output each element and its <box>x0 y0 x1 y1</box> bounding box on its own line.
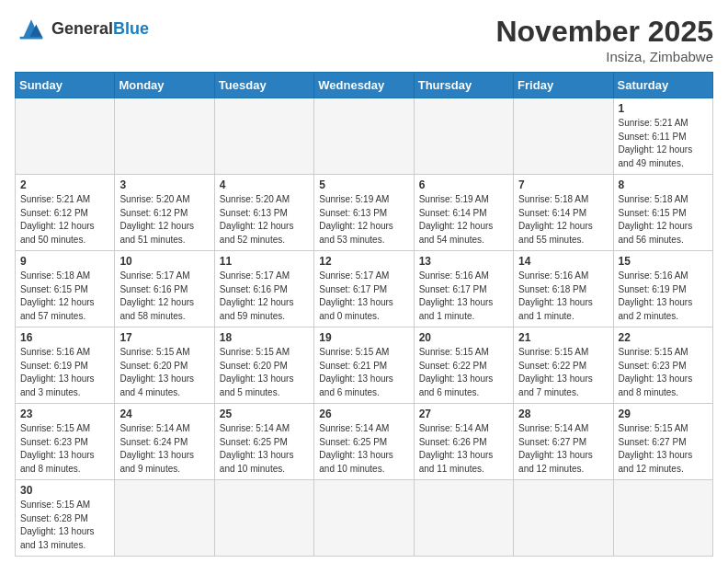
day-info: Sunrise: 5:15 AM Sunset: 6:22 PM Dayligh… <box>419 346 508 399</box>
calendar-cell <box>314 480 414 557</box>
calendar-week-row: 30Sunrise: 5:15 AM Sunset: 6:28 PM Dayli… <box>16 480 713 557</box>
calendar-cell: 16Sunrise: 5:16 AM Sunset: 6:19 PM Dayli… <box>16 327 115 404</box>
day-info: Sunrise: 5:17 AM Sunset: 6:17 PM Dayligh… <box>319 270 408 323</box>
calendar-cell: 29Sunrise: 5:15 AM Sunset: 6:27 PM Dayli… <box>613 404 712 480</box>
page-header: GeneralBlue November 2025 Insiza, Zimbab… <box>15 15 713 64</box>
day-info: Sunrise: 5:15 AM Sunset: 6:27 PM Dayligh… <box>619 422 708 476</box>
day-number: 27 <box>419 408 508 420</box>
day-info: Sunrise: 5:15 AM Sunset: 6:23 PM Dayligh… <box>20 422 109 476</box>
day-info: Sunrise: 5:15 AM Sunset: 6:22 PM Dayligh… <box>518 346 608 399</box>
title-block: November 2025 Insiza, Zimbabwe <box>495 15 713 64</box>
day-info: Sunrise: 5:18 AM Sunset: 6:14 PM Dayligh… <box>518 193 608 247</box>
day-number: 5 <box>319 178 408 191</box>
day-info: Sunrise: 5:18 AM Sunset: 6:15 PM Dayligh… <box>619 193 708 247</box>
day-info: Sunrise: 5:20 AM Sunset: 6:13 PM Dayligh… <box>220 193 309 247</box>
calendar-cell <box>514 98 613 175</box>
calendar-cell: 10Sunrise: 5:17 AM Sunset: 6:16 PM Dayli… <box>115 251 214 327</box>
svg-rect-2 <box>20 37 43 40</box>
calendar-cell: 8Sunrise: 5:18 AM Sunset: 6:15 PM Daylig… <box>613 175 712 251</box>
day-number: 4 <box>220 178 309 191</box>
calendar-cell: 7Sunrise: 5:18 AM Sunset: 6:14 PM Daylig… <box>514 175 613 251</box>
calendar-cell: 3Sunrise: 5:20 AM Sunset: 6:12 PM Daylig… <box>115 175 214 251</box>
day-number: 2 <box>20 178 109 191</box>
calendar-week-row: 1Sunrise: 5:21 AM Sunset: 6:11 PM Daylig… <box>16 98 713 175</box>
day-info: Sunrise: 5:19 AM Sunset: 6:13 PM Dayligh… <box>319 193 408 247</box>
day-header-thursday: Thursday <box>414 73 513 98</box>
calendar-cell: 5Sunrise: 5:19 AM Sunset: 6:13 PM Daylig… <box>314 175 414 251</box>
calendar-week-row: 16Sunrise: 5:16 AM Sunset: 6:19 PM Dayli… <box>16 327 713 404</box>
calendar-cell <box>16 98 115 175</box>
calendar-cell: 4Sunrise: 5:20 AM Sunset: 6:13 PM Daylig… <box>214 175 313 251</box>
calendar-week-row: 9Sunrise: 5:18 AM Sunset: 6:15 PM Daylig… <box>16 251 713 327</box>
calendar-cell: 9Sunrise: 5:18 AM Sunset: 6:15 PM Daylig… <box>16 251 115 327</box>
day-number: 26 <box>319 408 408 420</box>
calendar-cell: 6Sunrise: 5:19 AM Sunset: 6:14 PM Daylig… <box>414 175 513 251</box>
day-header-monday: Monday <box>115 73 214 98</box>
day-number: 1 <box>619 102 708 115</box>
calendar-cell <box>115 98 214 175</box>
calendar-cell <box>414 98 513 175</box>
calendar-cell <box>613 480 712 557</box>
calendar-cell: 2Sunrise: 5:21 AM Sunset: 6:12 PM Daylig… <box>16 175 115 251</box>
day-info: Sunrise: 5:16 AM Sunset: 6:18 PM Dayligh… <box>518 270 608 323</box>
logo-text: GeneralBlue <box>51 19 149 39</box>
day-number: 16 <box>20 331 109 344</box>
day-number: 10 <box>119 255 209 268</box>
day-info: Sunrise: 5:16 AM Sunset: 6:19 PM Dayligh… <box>20 346 109 399</box>
day-number: 12 <box>319 255 408 268</box>
calendar-cell: 24Sunrise: 5:14 AM Sunset: 6:24 PM Dayli… <box>115 404 214 480</box>
day-number: 25 <box>220 408 309 420</box>
calendar-cell: 13Sunrise: 5:16 AM Sunset: 6:17 PM Dayli… <box>414 251 513 327</box>
day-header-tuesday: Tuesday <box>214 73 313 98</box>
calendar-week-row: 23Sunrise: 5:15 AM Sunset: 6:23 PM Dayli… <box>16 404 713 480</box>
day-info: Sunrise: 5:17 AM Sunset: 6:16 PM Dayligh… <box>119 270 209 323</box>
day-header-sunday: Sunday <box>16 73 115 98</box>
day-number: 15 <box>619 255 708 268</box>
day-number: 8 <box>619 178 708 191</box>
day-info: Sunrise: 5:17 AM Sunset: 6:16 PM Dayligh… <box>220 270 309 323</box>
day-number: 30 <box>20 484 109 497</box>
calendar-cell <box>514 480 613 557</box>
day-info: Sunrise: 5:14 AM Sunset: 6:25 PM Dayligh… <box>220 422 309 476</box>
day-info: Sunrise: 5:16 AM Sunset: 6:19 PM Dayligh… <box>619 270 708 323</box>
calendar-table: SundayMondayTuesdayWednesdayThursdayFrid… <box>15 72 713 557</box>
calendar-cell: 30Sunrise: 5:15 AM Sunset: 6:28 PM Dayli… <box>16 480 115 557</box>
day-number: 23 <box>20 408 109 420</box>
logo-icon <box>15 15 48 42</box>
calendar-cell: 21Sunrise: 5:15 AM Sunset: 6:22 PM Dayli… <box>514 327 613 404</box>
day-info: Sunrise: 5:20 AM Sunset: 6:12 PM Dayligh… <box>119 193 209 247</box>
calendar-cell: 11Sunrise: 5:17 AM Sunset: 6:16 PM Dayli… <box>214 251 313 327</box>
day-info: Sunrise: 5:19 AM Sunset: 6:14 PM Dayligh… <box>419 193 508 247</box>
day-number: 21 <box>518 331 608 344</box>
calendar-cell: 22Sunrise: 5:15 AM Sunset: 6:23 PM Dayli… <box>613 327 712 404</box>
calendar-cell: 25Sunrise: 5:14 AM Sunset: 6:25 PM Dayli… <box>214 404 313 480</box>
calendar-cell <box>414 480 513 557</box>
calendar-cell <box>314 98 414 175</box>
day-info: Sunrise: 5:14 AM Sunset: 6:25 PM Dayligh… <box>319 422 408 476</box>
day-number: 7 <box>518 178 608 191</box>
calendar-cell: 23Sunrise: 5:15 AM Sunset: 6:23 PM Dayli… <box>16 404 115 480</box>
day-number: 17 <box>119 331 209 344</box>
calendar-cell: 27Sunrise: 5:14 AM Sunset: 6:26 PM Dayli… <box>414 404 513 480</box>
calendar-cell: 15Sunrise: 5:16 AM Sunset: 6:19 PM Dayli… <box>613 251 712 327</box>
day-number: 22 <box>619 331 708 344</box>
day-number: 29 <box>619 408 708 420</box>
day-info: Sunrise: 5:21 AM Sunset: 6:12 PM Dayligh… <box>20 193 109 247</box>
calendar-cell: 28Sunrise: 5:14 AM Sunset: 6:27 PM Dayli… <box>514 404 613 480</box>
day-info: Sunrise: 5:14 AM Sunset: 6:26 PM Dayligh… <box>419 422 508 476</box>
calendar-cell <box>214 98 313 175</box>
calendar-cell <box>115 480 214 557</box>
day-number: 20 <box>419 331 508 344</box>
day-header-friday: Friday <box>514 73 613 98</box>
calendar-cell <box>214 480 313 557</box>
calendar-cell: 19Sunrise: 5:15 AM Sunset: 6:21 PM Dayli… <box>314 327 414 404</box>
day-info: Sunrise: 5:15 AM Sunset: 6:23 PM Dayligh… <box>619 346 708 399</box>
day-info: Sunrise: 5:15 AM Sunset: 6:20 PM Dayligh… <box>220 346 309 399</box>
day-info: Sunrise: 5:14 AM Sunset: 6:24 PM Dayligh… <box>119 422 209 476</box>
calendar-cell: 14Sunrise: 5:16 AM Sunset: 6:18 PM Dayli… <box>514 251 613 327</box>
calendar-cell: 17Sunrise: 5:15 AM Sunset: 6:20 PM Dayli… <box>115 327 214 404</box>
day-number: 28 <box>518 408 608 420</box>
day-info: Sunrise: 5:15 AM Sunset: 6:21 PM Dayligh… <box>319 346 408 399</box>
location: Insiza, Zimbabwe <box>495 49 713 64</box>
day-info: Sunrise: 5:15 AM Sunset: 6:20 PM Dayligh… <box>119 346 209 399</box>
